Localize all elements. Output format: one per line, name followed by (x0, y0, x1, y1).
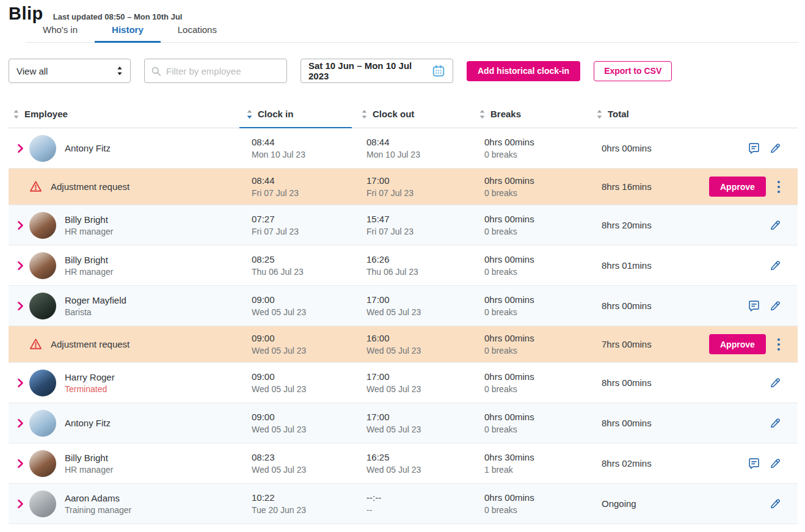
employee-name: Roger Mayfield (65, 295, 126, 305)
total-duration: 8hrs 00mins (602, 301, 709, 311)
kebab-menu-icon[interactable] (774, 179, 783, 195)
clock-in-time: 08:23 (252, 452, 354, 462)
filter-bar: View all Sat 10 Jun – Mon 10 Jul 2023 Ad… (9, 59, 798, 83)
clock-in-cell: 09:00 Wed 05 Jul 23 (239, 333, 354, 355)
total-cell: 8hrs 00mins (589, 377, 709, 388)
view-filter-value: View all (16, 66, 48, 76)
sort-icon (362, 110, 367, 118)
employee-filter-input[interactable] (166, 66, 280, 76)
edit-icon[interactable] (769, 497, 782, 510)
sort-icon (479, 110, 485, 118)
employee-name: Billy Bright (65, 255, 113, 265)
avatar (29, 370, 56, 396)
row-actions: Approve (709, 334, 799, 354)
clock-out-time: 16:00 (366, 333, 472, 343)
employee-role: HR manager (65, 465, 113, 475)
kebab-menu-icon[interactable] (774, 337, 783, 352)
clock-out-cell: 17:00 Fri 07 Jul 23 (354, 175, 472, 198)
breaks-count: 0 breaks (484, 425, 589, 434)
expand-chevron-icon[interactable] (17, 220, 24, 230)
employee-name: Billy Bright (65, 214, 113, 225)
employee-filter (144, 59, 287, 83)
expand-chevron-icon[interactable] (17, 378, 24, 388)
clock-in-date: Fri 07 Jul 23 (252, 188, 354, 198)
clock-in-cell: 08:44 Fri 07 Jul 23 (239, 175, 354, 198)
column-header-total[interactable]: Total (589, 100, 709, 128)
expand-chevron-icon[interactable] (17, 301, 24, 311)
breaks-duration: 0hrs 00mins (484, 214, 589, 224)
total-cell: 0hrs 00mins (589, 143, 709, 153)
clock-in-time: 09:00 (252, 333, 354, 343)
expand-chevron-icon[interactable] (17, 144, 24, 153)
note-icon[interactable] (748, 142, 760, 155)
warning-icon (29, 180, 43, 194)
table-row: Billy Bright HR manager 08:23 Wed 05 Jul… (9, 443, 798, 484)
clock-out-time: --:-- (366, 492, 472, 503)
clock-out-cell: --:-- -- (354, 492, 472, 515)
breaks-duration: 0hrs 00mins (484, 333, 589, 343)
blip-app: Blip Last updated 08:50 – Mon 10th Jul W… (0, 0, 805, 532)
approve-button[interactable]: Approve (709, 334, 766, 354)
last-updated-text: Last updated 08:50 – Mon 10th Jul (53, 12, 183, 21)
clock-in-date: Mon 10 Jul 23 (252, 150, 354, 159)
search-icon (151, 66, 161, 76)
add-historical-clock-in-button[interactable]: Add historical clock-in (467, 61, 580, 81)
clock-out-time: 08:44 (366, 137, 472, 147)
edit-icon[interactable] (769, 417, 782, 429)
clock-out-date: Mon 10 Jul 23 (366, 150, 472, 159)
clock-in-date: Wed 05 Jul 23 (252, 425, 354, 434)
export-to-csv-button[interactable]: Export to CSV (594, 61, 672, 81)
approve-button[interactable]: Approve (709, 177, 766, 197)
total-duration: Ongoing (602, 498, 709, 509)
edit-icon[interactable] (769, 259, 782, 272)
clock-out-time: 17:00 (366, 175, 472, 186)
column-header-employee[interactable]: Employee (9, 100, 239, 128)
view-filter-select[interactable]: View all (9, 59, 131, 83)
clock-out-date: Thu 06 Jul 23 (366, 267, 472, 277)
clock-out-date: Fri 07 Jul 23 (366, 188, 472, 198)
tab-locations[interactable]: Locations (161, 21, 234, 43)
clock-in-cell: 09:00 Wed 05 Jul 23 (239, 294, 354, 317)
expand-chevron-icon[interactable] (17, 261, 24, 271)
employee-role: Training manager (65, 505, 131, 515)
clock-out-cell: 08:44 Mon 10 Jul 23 (354, 137, 472, 159)
table-row: Billy Bright HR manager 07:27 Fri 07 Jul… (9, 205, 798, 246)
clock-out-date: Wed 05 Jul 23 (366, 425, 472, 434)
table-row: Aaron Adams Training manager 10:22 Tue 2… (9, 484, 798, 524)
edit-icon[interactable] (769, 299, 782, 312)
row-actions (709, 417, 798, 429)
clock-out-cell: 17:00 Wed 05 Jul 23 (354, 412, 472, 434)
total-cell: 8hrs 16mins (589, 181, 709, 192)
breaks-cell: 0hrs 00mins 0 breaks (472, 254, 589, 277)
breaks-count: 0 breaks (484, 384, 589, 394)
column-header-clock-in[interactable]: Clock in (239, 100, 354, 128)
clock-in-date: Thu 06 Jul 23 (252, 267, 354, 277)
breaks-cell: 0hrs 00mins 0 breaks (472, 214, 589, 236)
column-header-breaks[interactable]: Breaks (472, 100, 589, 128)
column-header-clock-out[interactable]: Clock out (354, 100, 472, 128)
employee-cell: Billy Bright HR manager (9, 252, 239, 279)
adjustment-request-row: Adjustment request 09:00 Wed 05 Jul 23 1… (9, 326, 798, 363)
breaks-duration: 0hrs 00mins (484, 254, 589, 264)
total-cell: 8hrs 00mins (589, 301, 709, 311)
expand-chevron-icon[interactable] (17, 418, 24, 428)
total-duration: 8hrs 01mins (602, 260, 709, 271)
edit-icon[interactable] (769, 142, 782, 155)
employee-role: Terminated (65, 384, 115, 394)
tab-whos-in[interactable]: Who's in (26, 21, 95, 43)
tab-history[interactable]: History (95, 21, 161, 43)
breaks-count: 0 breaks (484, 267, 589, 277)
breaks-cell: 0hrs 00mins 0 breaks (472, 175, 589, 198)
clock-in-time: 09:00 (252, 371, 354, 382)
date-range-button[interactable]: Sat 10 Jun – Mon 10 Jul 2023 (301, 59, 453, 83)
expand-chevron-icon[interactable] (17, 499, 24, 509)
edit-icon[interactable] (769, 457, 782, 470)
expand-chevron-icon[interactable] (17, 459, 24, 468)
sort-icon (597, 110, 602, 118)
clock-in-cell: 07:27 Fri 07 Jul 23 (239, 214, 354, 236)
employee-cell: Billy Bright HR manager (9, 450, 239, 477)
note-icon[interactable] (748, 457, 760, 470)
note-icon[interactable] (748, 299, 760, 312)
edit-icon[interactable] (769, 219, 782, 231)
edit-icon[interactable] (769, 376, 782, 389)
